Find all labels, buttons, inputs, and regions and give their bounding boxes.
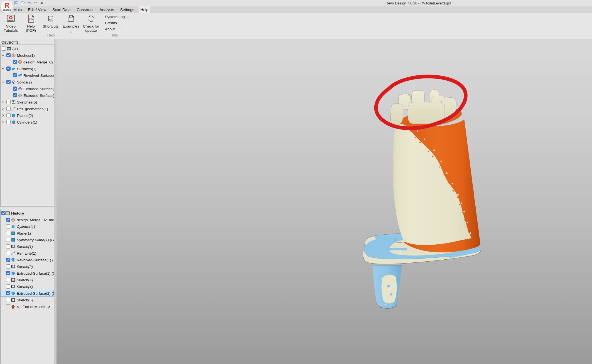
- tree-row-extruded-surface-2[interactable]: Extruded-Surface(2): [1, 92, 54, 99]
- checkbox[interactable]: [6, 304, 10, 309]
- plane-icon: [11, 231, 15, 235]
- tree-row-symmetry-plane-1-locked[interactable]: Symmetry Plane(1) (Locked: [1, 237, 54, 243]
- ext-surface-icon: [11, 271, 15, 276]
- checkbox[interactable]: [6, 120, 11, 124]
- tree-row-cylinder-1[interactable]: Cylinder(1): [1, 223, 54, 230]
- tree-row-sketches-5[interactable]: Sketches(5): [1, 99, 54, 105]
- checkbox[interactable]: [13, 73, 17, 77]
- checkbox[interactable]: [6, 244, 10, 249]
- tree-item-label: Solids(2): [17, 80, 32, 84]
- tree-row-all[interactable]: ALL: [1, 45, 54, 52]
- tree-row-end-of-model[interactable]: <-- End of Model -->: [1, 303, 54, 310]
- checkbox[interactable]: [6, 231, 10, 235]
- sketch-icon: [11, 298, 15, 302]
- checkbox[interactable]: [6, 113, 11, 117]
- checkbox[interactable]: [6, 224, 10, 228]
- credits-link[interactable]: Credits ...: [105, 21, 121, 25]
- check-for-update-button[interactable]: Check for update: [81, 14, 101, 33]
- tree-row-planes-2[interactable]: Planes(2): [1, 112, 54, 119]
- checkbox[interactable]: [6, 107, 11, 111]
- objects-panel-header: OBJECTS: [1, 40, 19, 45]
- tree-row-history[interactable]: History: [1, 210, 54, 217]
- checkbox[interactable]: [6, 271, 10, 275]
- checkbox[interactable]: [6, 80, 11, 84]
- tree-row-extruded-surface-1[interactable]: Extruded-Surface(1): [1, 85, 54, 92]
- checkbox[interactable]: [6, 258, 10, 262]
- system-log-link[interactable]: System Log ...: [105, 15, 129, 19]
- tree-row-extruded-surface-1-solid[interactable]: Extruded-Surface(1) (Solid): [1, 270, 54, 277]
- redo-icon[interactable]: [33, 1, 38, 6]
- checkbox[interactable]: [6, 238, 10, 242]
- chevron-right-icon[interactable]: [1, 114, 5, 117]
- tab-construct[interactable]: Construct: [75, 6, 95, 13]
- sketch-icon: [11, 244, 15, 249]
- chevron-down-icon[interactable]: [1, 67, 5, 70]
- tree-row-ref-line-1[interactable]: Ref. Line(1): [1, 250, 54, 257]
- customize-icon[interactable]: [40, 1, 44, 6]
- tab-settings[interactable]: Settings: [119, 6, 136, 13]
- chevron-down-icon[interactable]: [1, 80, 5, 84]
- save-as-icon[interactable]: [20, 1, 25, 6]
- checkbox[interactable]: [13, 93, 17, 97]
- tree-row-plane-1[interactable]: Plane(1): [1, 230, 54, 237]
- tree-row-sketch-1[interactable]: Sketch(1): [1, 243, 54, 250]
- tree-row-design-merge-02-mesh-3[interactable]: design_Merge_02_mesh(3): [1, 217, 54, 223]
- plane-icon: [11, 113, 16, 118]
- undo-icon[interactable]: [27, 1, 31, 6]
- tree-row-revolved-surface-1-surfa[interactable]: Revolved-Surface(1) (Surfa: [1, 257, 54, 263]
- checkbox[interactable]: [6, 278, 10, 282]
- help-pdf-button[interactable]: Help (PDF): [22, 14, 40, 33]
- tab-main[interactable]: Main: [12, 6, 23, 13]
- viewport-3d[interactable]: [57, 39, 592, 364]
- tree-row-cylinders-1[interactable]: Cylinders(1): [1, 119, 54, 126]
- chevron-right-icon[interactable]: [1, 107, 5, 110]
- checkbox[interactable]: [13, 60, 17, 64]
- model-bottom-cylinder: [373, 265, 402, 308]
- tree-row-ref-geometries-1[interactable]: Ref. geometries(1): [1, 105, 54, 112]
- tree-row-sketch-3[interactable]: Sketch(3): [1, 277, 54, 283]
- checkbox[interactable]: [6, 100, 11, 104]
- checkbox[interactable]: [6, 291, 10, 295]
- cylinder-icon: [11, 224, 15, 229]
- tree-row-solids-2[interactable]: Solids(2): [1, 79, 54, 85]
- checkbox[interactable]: [6, 298, 10, 302]
- app-logo: R DESIGN: [1, 1, 13, 13]
- checkbox[interactable]: [1, 211, 6, 215]
- checkbox[interactable]: [6, 218, 10, 222]
- checkbox[interactable]: [13, 87, 17, 91]
- chevron-right-icon[interactable]: [1, 120, 5, 124]
- tree-row-revolved-surface-1[interactable]: Revolved-Surface(1): [1, 72, 54, 79]
- tree-item-label: ALL: [12, 47, 19, 51]
- tab-scan-data[interactable]: Scan Data: [51, 6, 72, 13]
- tree-row-design-merge-02-mes[interactable]: design_Merge_02_mes: [1, 59, 54, 65]
- tree-row-extruded-surface-2-solid[interactable]: Extruded-Surface(2) (Solid): [1, 290, 54, 297]
- checkbox[interactable]: [6, 53, 11, 57]
- tab-analysis[interactable]: Analysis: [98, 6, 116, 13]
- checkbox[interactable]: [6, 264, 10, 269]
- about-link[interactable]: About ...: [105, 27, 119, 31]
- logo-letter: R: [1, 2, 13, 9]
- tree-item-label: Extruded-Surface(2) (Solid): [17, 291, 54, 296]
- refgeom-icon: [11, 251, 15, 255]
- tree-row-sketch-4[interactable]: Sketch(4): [1, 283, 54, 290]
- tree-row-surfaces-1[interactable]: Surfaces(1): [1, 65, 54, 72]
- tab-help[interactable]: Help: [139, 6, 150, 13]
- tree-row-sketch-5[interactable]: Sketch(5): [1, 297, 54, 303]
- tab-edit-view[interactable]: Edit / View: [26, 6, 48, 13]
- video-tutorials-button[interactable]: Video Tutorials: [2, 14, 20, 33]
- panel-splitter[interactable]: [55, 39, 57, 364]
- chevron-right-icon[interactable]: [1, 100, 5, 104]
- tree-row-meshes-1[interactable]: Meshes(1): [1, 52, 54, 59]
- title-bar: Revo Design 7.0.30 - RVToiletLever3.qsf: [0, 0, 592, 6]
- checkbox[interactable]: [2, 46, 6, 51]
- chevron-down-icon[interactable]: [70, 29, 72, 31]
- chevron-down-icon[interactable]: [1, 54, 5, 57]
- tree-row-sketch-2[interactable]: Sketch(2): [1, 263, 54, 270]
- shortcuts-button[interactable]: Shortcuts: [41, 14, 61, 28]
- checkbox[interactable]: [6, 251, 10, 255]
- plane-icon: [11, 238, 15, 242]
- save-icon[interactable]: [14, 1, 19, 6]
- checkbox[interactable]: [6, 284, 10, 289]
- examples-button[interactable]: Examples: [62, 14, 80, 31]
- checkbox[interactable]: [6, 67, 11, 71]
